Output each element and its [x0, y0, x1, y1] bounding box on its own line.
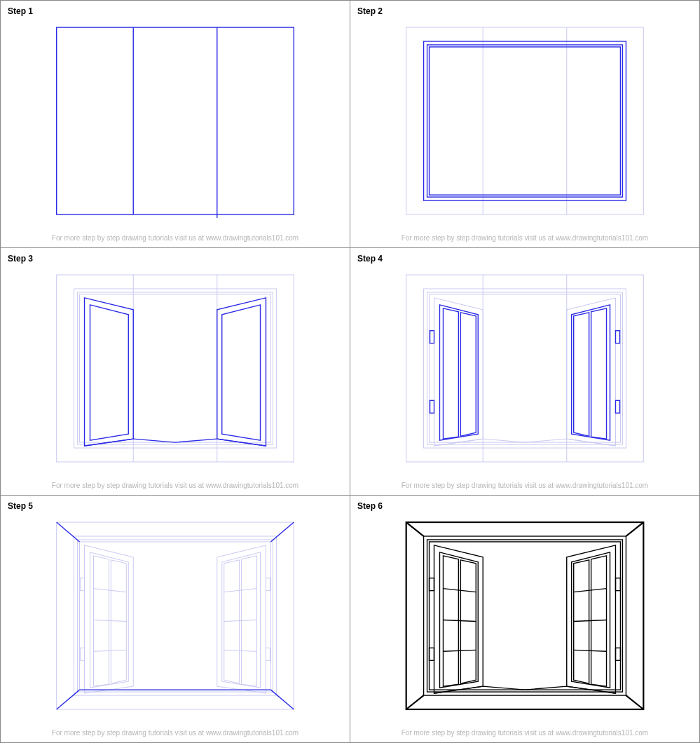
svg-rect-90 [615, 648, 620, 660]
svg-rect-66 [424, 536, 626, 695]
svg-rect-52 [266, 648, 270, 660]
step-4-drawing [350, 264, 699, 482]
svg-line-71 [406, 695, 424, 709]
svg-marker-15 [85, 298, 134, 446]
svg-rect-39 [78, 540, 273, 692]
svg-marker-33 [591, 308, 607, 439]
svg-rect-40 [80, 542, 271, 690]
svg-rect-12 [74, 289, 277, 448]
step-4-footer: For more step by step drawing tutorials … [350, 482, 699, 495]
svg-line-87 [574, 620, 607, 622]
svg-rect-14 [80, 294, 271, 442]
svg-marker-29 [460, 313, 476, 436]
svg-rect-81 [430, 648, 434, 660]
step-2-label: Step 2 [350, 1, 699, 16]
svg-rect-65 [406, 522, 644, 709]
svg-line-53 [93, 589, 126, 592]
svg-rect-19 [406, 275, 644, 462]
step-1-canvas [1, 16, 350, 234]
svg-rect-80 [430, 578, 434, 591]
tutorial-grid: Step 1 For more step by step drawing tut… [0, 0, 700, 743]
svg-rect-13 [78, 292, 273, 444]
step-3-drawing [1, 264, 350, 482]
svg-rect-31 [430, 400, 434, 413]
step-5-drawing [1, 511, 350, 729]
svg-line-57 [224, 620, 257, 622]
step-5-label: Step 5 [1, 496, 350, 511]
svg-rect-23 [427, 292, 623, 444]
svg-marker-50 [224, 560, 240, 683]
svg-marker-84 [591, 556, 607, 686]
step-1-drawing [1, 16, 350, 234]
svg-marker-18 [222, 305, 261, 440]
svg-line-86 [574, 589, 607, 592]
svg-marker-34 [574, 313, 589, 436]
svg-line-72 [626, 695, 643, 709]
svg-rect-7 [427, 45, 623, 197]
svg-marker-44 [111, 560, 126, 683]
step-3-cell: Step 3 For more step by step drawing [0, 247, 350, 495]
step-2-drawing [350, 16, 699, 234]
svg-rect-37 [57, 522, 294, 709]
step-4-canvas [350, 264, 699, 482]
svg-rect-6 [424, 41, 626, 200]
step-2-canvas [350, 16, 699, 234]
svg-marker-17 [217, 298, 266, 446]
svg-rect-35 [615, 331, 619, 343]
step-1-footer: For more step by step drawing tutorials … [1, 234, 350, 247]
svg-rect-46 [81, 648, 85, 660]
svg-rect-30 [430, 331, 434, 343]
svg-rect-24 [430, 294, 621, 442]
svg-rect-0 [57, 27, 294, 214]
svg-line-55 [93, 650, 126, 651]
svg-line-56 [224, 589, 257, 592]
svg-line-69 [406, 522, 424, 536]
svg-marker-16 [90, 305, 128, 440]
svg-marker-28 [443, 308, 458, 439]
step-5-canvas [1, 511, 350, 729]
svg-rect-51 [266, 578, 270, 591]
svg-rect-3 [406, 27, 644, 214]
svg-line-78 [443, 620, 476, 622]
svg-line-58 [224, 650, 257, 651]
step-1-cell: Step 1 For more step by step drawing tut… [0, 0, 350, 247]
svg-line-88 [574, 650, 607, 651]
step-3-footer: For more step by step drawing tutorials … [1, 482, 350, 495]
svg-rect-89 [615, 578, 620, 591]
step-6-label: Step 6 [350, 496, 699, 511]
step-6-drawing [350, 511, 699, 729]
svg-rect-67 [427, 540, 623, 692]
svg-marker-43 [93, 556, 109, 686]
step-5-footer: For more step by step drawing tutorials … [1, 729, 350, 742]
step-2-cell: Step 2 For more step by step drawing tut… [350, 0, 699, 247]
svg-rect-68 [430, 542, 621, 690]
step-2-footer: For more step by step drawing tutorials … [350, 234, 699, 247]
step-5-cell: Step 5 [0, 495, 350, 742]
step-6-canvas [350, 511, 699, 729]
svg-line-70 [626, 522, 643, 536]
svg-rect-9 [57, 275, 294, 462]
step-1-label: Step 1 [1, 1, 350, 16]
step-3-canvas [1, 264, 350, 482]
svg-marker-49 [242, 556, 257, 686]
svg-rect-36 [615, 400, 619, 413]
svg-line-62 [270, 690, 294, 709]
svg-line-77 [443, 589, 476, 592]
svg-line-54 [93, 620, 126, 622]
svg-rect-22 [424, 289, 626, 448]
svg-line-60 [270, 522, 294, 542]
step-6-footer: For more step by step drawing tutorials … [350, 729, 699, 742]
step-6-cell: Step 6 [350, 495, 699, 742]
step-4-cell: Step 4 [350, 247, 699, 495]
svg-line-79 [443, 650, 476, 651]
svg-rect-38 [74, 536, 277, 695]
step-3-label: Step 3 [1, 248, 350, 264]
svg-line-59 [57, 522, 80, 542]
svg-rect-45 [81, 578, 85, 591]
svg-marker-75 [443, 556, 458, 686]
svg-rect-8 [430, 47, 621, 195]
step-4-label: Step 4 [350, 248, 699, 264]
svg-line-61 [57, 690, 80, 709]
